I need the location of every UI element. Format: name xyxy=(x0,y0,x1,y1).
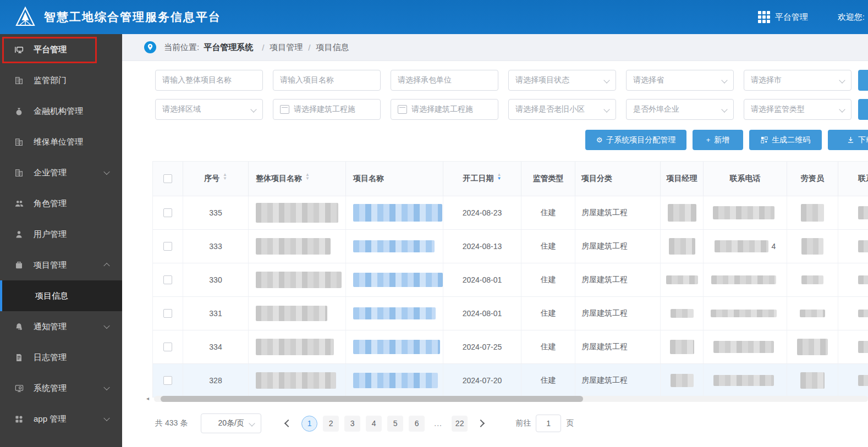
sidebar-item-financial-institution[interactable]: 金融机构管理 xyxy=(0,96,122,126)
scroll-left-arrow-icon[interactable]: ◂ xyxy=(146,395,149,401)
sidebar-item-label: 日志管理 xyxy=(34,352,67,363)
table-row[interactable]: 335 2024-08-23 住建 房屋建筑工程 xyxy=(153,196,868,230)
goto-page-input[interactable] xyxy=(536,415,561,432)
chevron-right-icon xyxy=(477,420,485,427)
search-button-cut[interactable] xyxy=(858,70,868,91)
page-button-22[interactable]: 22 xyxy=(452,416,468,432)
sidebar-item-role-management[interactable]: 角色管理 xyxy=(0,188,122,219)
sort-icon[interactable]: ▲▼ xyxy=(305,175,310,183)
placeholder-text: 请选择项目状态 xyxy=(515,75,569,85)
sidebar-item-system-management[interactable]: 系统管理 xyxy=(0,373,122,404)
sort-icon[interactable]: ▲▼ xyxy=(223,175,227,183)
page-button-4[interactable]: 4 xyxy=(366,416,382,432)
row-checkbox[interactable] xyxy=(163,242,172,251)
app-grid-icon xyxy=(14,415,26,424)
sidebar-item-enterprise-management[interactable]: 企业管理 xyxy=(0,157,122,188)
sort-icon-active[interactable]: ▲▼ xyxy=(497,175,502,183)
old-community-select[interactable]: 请选择是否老旧小区 xyxy=(508,99,616,120)
sidebar-item-platform-management[interactable]: 平台管理 xyxy=(0,34,122,65)
district-select[interactable]: 请选择区域 xyxy=(155,99,263,120)
labor-redacted xyxy=(787,297,838,330)
project-name-link-redacted[interactable] xyxy=(346,263,443,296)
sidebar-subitem-project-info[interactable]: 项目信息 xyxy=(0,280,122,311)
foreign-enterprise-select[interactable]: 是否外埠企业 xyxy=(626,99,734,120)
col-start-date[interactable]: 开工日期▲▼ xyxy=(443,162,521,196)
breadcrumb-separator: / xyxy=(308,43,310,52)
col-overall-name[interactable]: 整体项目名称▲▼ xyxy=(249,162,346,196)
sidebar-item-log-management[interactable]: 日志管理 xyxy=(0,342,122,373)
button-label: 新增 xyxy=(714,135,729,145)
more-pages-ellipsis[interactable]: ... xyxy=(430,416,446,432)
chevron-down-icon xyxy=(250,106,256,112)
sidebar-item-regulatory-department[interactable]: 监管部门 xyxy=(0,65,122,96)
next-page-button[interactable] xyxy=(473,415,489,432)
download-button[interactable]: 下载 xyxy=(828,130,868,150)
table-header-row: 序号▲▼ 整体项目名称▲▼ 项目名称 开工日期▲▼ 监管类型 项目分类 项目经理… xyxy=(153,162,868,196)
project-status-select[interactable]: 请选择项目状态 xyxy=(508,70,616,91)
col-seq[interactable]: 序号▲▼ xyxy=(183,162,249,196)
reset-button-cut[interactable] xyxy=(858,99,868,120)
row-checkbox[interactable] xyxy=(163,376,172,385)
horizontal-scrollbar[interactable]: ◂ xyxy=(154,396,868,402)
col-project-name: 项目名称 xyxy=(346,162,443,196)
sidebar-item-label: 平台管理 xyxy=(34,45,67,55)
table-row-hovered[interactable]: 328 2024-07-20 住建 房屋建筑工程 xyxy=(153,364,868,398)
prev-page-button[interactable] xyxy=(280,415,296,432)
start-date-cell: 2024-07-25 xyxy=(443,330,521,363)
supervision-type-select[interactable]: 请选择监管类型 xyxy=(744,99,851,120)
project-name-link-redacted[interactable] xyxy=(346,196,443,229)
table-row[interactable]: 331 2024-08-01 住建 房屋建筑工程 xyxy=(153,297,868,330)
row-checkbox[interactable] xyxy=(163,208,172,217)
overall-project-name-input[interactable]: 请输入整体项目名称 xyxy=(155,70,263,91)
construction-date-end-picker[interactable]: 请选择建筑工程施 xyxy=(391,99,498,120)
city-select[interactable]: 请选择市 xyxy=(744,70,851,91)
pagination: 共 433 条 20条/页 1 2 3 4 5 6 ... 22 前往 页 xyxy=(155,413,574,433)
placeholder-text: 请选择建筑工程施 xyxy=(294,104,355,114)
breadcrumb-level2[interactable]: 项目信息 xyxy=(316,42,349,53)
sidebar-item-user-management[interactable]: 用户管理 xyxy=(0,219,122,250)
scrollbar-thumb[interactable] xyxy=(161,396,583,402)
row-checkbox[interactable] xyxy=(163,343,172,351)
project-name-input[interactable]: 请输入项目名称 xyxy=(273,70,381,91)
bell-icon xyxy=(14,322,26,332)
page-button-1[interactable]: 1 xyxy=(301,416,317,432)
subsystem-assign-button[interactable]: ⚙ 子系统项目分配管理 xyxy=(585,130,686,150)
project-name-link-redacted[interactable] xyxy=(346,297,443,330)
select-all-checkbox[interactable] xyxy=(163,174,172,183)
project-name-link-redacted[interactable] xyxy=(346,364,443,397)
platform-menu[interactable]: 平台管理 xyxy=(758,11,808,23)
sidebar-item-maintenance-unit[interactable]: 维保单位管理 xyxy=(0,126,122,157)
project-name-link-redacted[interactable] xyxy=(346,330,443,363)
page-button-6[interactable]: 6 xyxy=(409,416,425,432)
generate-qrcode-button[interactable]: 生成二维码 xyxy=(749,130,822,150)
phone-redacted xyxy=(704,263,787,296)
top-header: 智慧工地综合管理服务信息平台 平台管理 欢迎您: xyxy=(0,0,868,34)
supervision-cell: 住建 xyxy=(521,297,575,330)
sidebar-item-notice-management[interactable]: 通知管理 xyxy=(0,311,122,342)
row-checkbox[interactable] xyxy=(163,275,172,284)
chevron-left-icon xyxy=(284,420,292,427)
page-size-select[interactable]: 20条/页 xyxy=(201,413,261,433)
province-select[interactable]: 请选择省 xyxy=(626,70,734,91)
chevron-down-icon xyxy=(103,384,109,390)
table-row[interactable]: 334 2024-07-25 住建 房屋建筑工程 xyxy=(153,330,868,364)
page-button-5[interactable]: 5 xyxy=(387,416,403,432)
sidebar-item-app-management[interactable]: app 管理 xyxy=(0,404,122,434)
table-row[interactable]: 333 2024-08-13 住建 房屋建筑工程 4 xyxy=(153,230,868,263)
chevron-down-icon xyxy=(249,420,255,426)
contractor-select[interactable]: 请选择承包单位 xyxy=(391,70,498,91)
row-checkbox[interactable] xyxy=(163,309,172,318)
table-row[interactable]: 330 2024-08-01 住建 房屋建筑工程 xyxy=(153,263,868,297)
breadcrumb-level1[interactable]: 项目管理 xyxy=(270,42,303,53)
breadcrumb-root[interactable]: 平台管理系统 xyxy=(204,42,253,53)
page-button-3[interactable]: 3 xyxy=(344,416,360,432)
construction-date-start-picker[interactable]: 请选择建筑工程施 xyxy=(273,99,381,120)
placeholder-text: 请选择监管类型 xyxy=(751,104,805,114)
page-button-2[interactable]: 2 xyxy=(323,416,339,432)
project-name-link-redacted[interactable] xyxy=(346,230,443,263)
building-icon xyxy=(14,76,26,85)
start-date-cell: 2024-08-13 xyxy=(443,230,521,263)
sidebar-item-project-management[interactable]: 项目管理 xyxy=(0,250,122,280)
monitor-icon xyxy=(14,45,26,54)
add-button[interactable]: + 新增 xyxy=(693,130,743,150)
